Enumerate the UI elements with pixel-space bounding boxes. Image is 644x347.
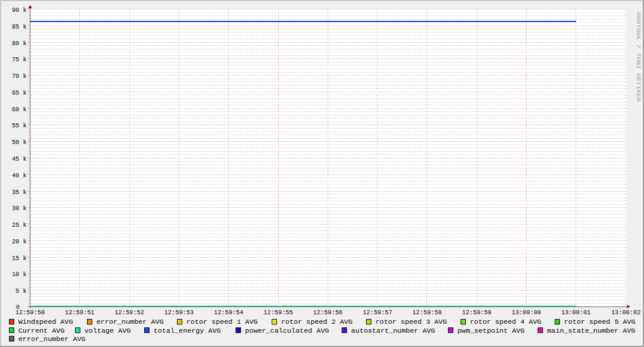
svg-text:80 k: 80 k bbox=[12, 40, 27, 47]
svg-text:13:00:02: 13:00:02 bbox=[611, 309, 640, 316]
svg-text:12:59:51: 12:59:51 bbox=[65, 309, 94, 316]
svg-text:15 k: 15 k bbox=[12, 255, 27, 262]
svg-text:75 k: 75 k bbox=[12, 56, 27, 63]
svg-text:60 k: 60 k bbox=[12, 106, 27, 113]
svg-text:rotor speed 3 AVG: rotor speed 3 AVG bbox=[375, 318, 447, 326]
svg-text:40 k: 40 k bbox=[12, 172, 27, 179]
svg-text:30 k: 30 k bbox=[12, 205, 27, 212]
svg-text:50 k: 50 k bbox=[12, 139, 27, 146]
svg-text:12:59:59: 12:59:59 bbox=[462, 309, 491, 316]
svg-text:12:59:50: 12:59:50 bbox=[15, 309, 45, 316]
svg-text:5 k: 5 k bbox=[15, 287, 27, 295]
svg-text:total_energy AVG: total_energy AVG bbox=[154, 327, 221, 335]
svg-text:12:59:53: 12:59:53 bbox=[164, 309, 194, 316]
svg-text:35 k: 35 k bbox=[12, 189, 27, 196]
svg-text:13:00:01: 13:00:01 bbox=[561, 309, 590, 316]
svg-text:12:59:55: 12:59:55 bbox=[263, 309, 293, 316]
svg-text:12:59:56: 12:59:56 bbox=[313, 309, 343, 316]
svg-text:main_state_number AVG: main_state_number AVG bbox=[547, 327, 635, 335]
svg-text:rotor speed 2 AVG: rotor speed 2 AVG bbox=[281, 318, 353, 326]
svg-text:10 k: 10 k bbox=[12, 271, 27, 278]
svg-text:rotor speed 1 AVG: rotor speed 1 AVG bbox=[186, 318, 258, 326]
svg-text:55 k: 55 k bbox=[12, 122, 27, 129]
svg-text:autostart_number AVG: autostart_number AVG bbox=[351, 327, 435, 335]
svg-text:power_calculated AVG: power_calculated AVG bbox=[245, 327, 329, 335]
svg-text:65 k: 65 k bbox=[12, 89, 27, 96]
svg-text:85 k: 85 k bbox=[12, 23, 27, 30]
svg-text:voltage AVG: voltage AVG bbox=[85, 327, 131, 335]
svg-text:12:59:54: 12:59:54 bbox=[214, 309, 243, 316]
svg-text:12:59:52: 12:59:52 bbox=[114, 309, 144, 316]
svg-text:error_number AVG: error_number AVG bbox=[18, 335, 86, 343]
svg-text:20 k: 20 k bbox=[12, 238, 27, 245]
svg-text:12:59:57: 12:59:57 bbox=[363, 309, 392, 316]
svg-text:25 k: 25 k bbox=[12, 221, 27, 229]
svg-text:12:59:58: 12:59:58 bbox=[412, 309, 441, 316]
svg-text:RRDTOOL / TOBI OETIKER: RRDTOOL / TOBI OETIKER bbox=[635, 12, 642, 102]
svg-text:70 k: 70 k bbox=[12, 73, 27, 80]
svg-text:rotor speed 5 AVG: rotor speed 5 AVG bbox=[564, 318, 636, 326]
svg-text:90 k: 90 k bbox=[12, 7, 27, 14]
svg-text:Current AVG: Current AVG bbox=[18, 327, 65, 335]
svg-text:Windspeed AVG: Windspeed AVG bbox=[18, 318, 73, 326]
svg-text:45 k: 45 k bbox=[12, 155, 27, 162]
svg-text:rotor speed 4 AVG: rotor speed 4 AVG bbox=[470, 318, 542, 326]
svg-text:13:00:00: 13:00:00 bbox=[512, 309, 541, 316]
svg-text:error_number AVG: error_number AVG bbox=[97, 318, 164, 326]
svg-text:pwm_setpoint AVG: pwm_setpoint AVG bbox=[458, 327, 525, 335]
